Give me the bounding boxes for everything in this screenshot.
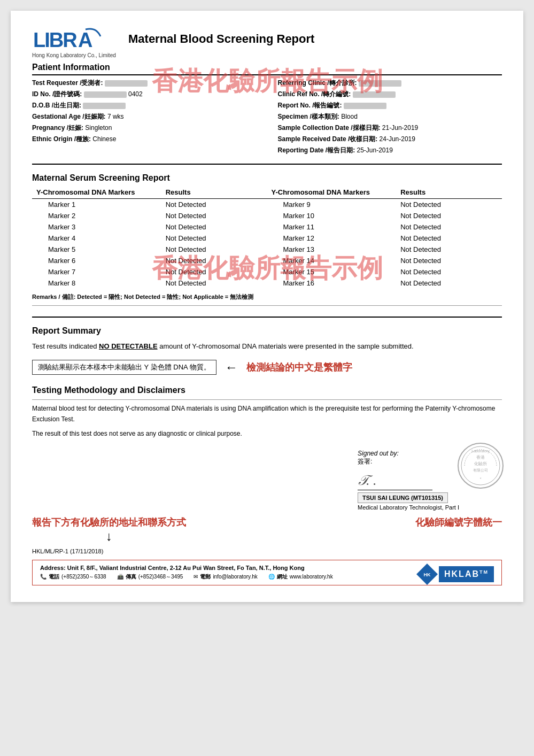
marker-right-result: Not Detected [396,221,502,233]
marker-right-name: Marker 11 [267,221,396,233]
footer-contacts: 📞 電話 (+852)2350～6338 📠 傳真 (+852)3468～349… [40,573,410,581]
id-extra: 0402 [128,90,143,98]
report-summary-header: Report Summary [32,326,502,336]
clinic-value [359,80,401,87]
table-row: Marker 2 Not Detected Marker 10 Not Dete… [32,210,502,221]
marker-right-name: Marker 16 [267,277,396,289]
summary-paragraph: Test results indicated NO DETECTABLE amo… [32,341,502,352]
marker-right-name: Marker 9 [267,199,396,211]
annotation-row: 測驗結果顯示在本樣本中未能驗出 Y 染色體 DNA 物質。 ← 檢測結論的中文是… [32,358,502,377]
header: LIBR A Hong Kong Laboratory Co., Limited… [32,27,502,58]
remarks: Remarks / 備註: Detected = 陽性; Not Detecte… [32,293,502,301]
footer-email: ✉ 電郵 info@laboratory.hk [194,573,257,581]
marker-right-name: Marker 12 [267,233,396,244]
phone-icon: 📞 [40,574,47,580]
signed-out-by: Signed out by: [358,450,459,457]
footer-web: 🌐 網址 www.laboratory.hk [268,573,333,581]
footer-phone: 📞 電話 (+852)2350～6338 [40,573,106,581]
marker-left-name: Marker 5 [32,244,161,255]
technologist-title: Medical Laboratory Technologist, Part I [358,504,459,511]
dob-value [83,103,126,109]
marker-left-result: Not Detected [161,210,267,221]
patient-id: ID No. /證件號碼: 0402 [32,90,257,99]
col-header-marker1: Y-Chromosomal DNA Markers [32,186,161,199]
divider-1 [32,305,502,306]
signature-scribble: 𝒯. . [358,473,377,490]
marker-left-result: Not Detected [161,255,267,266]
patient-pregnancy: Pregnancy /妊娠: Singleton [32,124,257,133]
table-row: Marker 8 Not Detected Marker 16 Not Dete… [32,277,502,289]
report-no: Report No. /報告編號: [278,101,502,110]
methodology-text-1: Maternal blood test for detecting Y-chro… [32,403,502,425]
table-row: Marker 6 Not Detected Marker 14 Not Dete… [32,255,502,266]
clinic-ref: Clinic Ref No. /轉介編號: [278,90,502,99]
table-row: Marker 5 Not Detected Marker 13 Not Dete… [32,244,502,255]
patient-gestational: Gestational Age /妊娠期: 7 wks [32,112,257,121]
table-row: Marker 1 Not Detected Marker 9 Not Detec… [32,199,502,211]
marker-left-name: Marker 6 [32,255,161,266]
marker-right-result: Not Detected [396,255,502,266]
marker-left-result: Not Detected [161,221,267,233]
web-icon: 🌐 [268,574,275,580]
email-icon: ✉ [194,574,198,580]
marker-left-result: Not Detected [161,244,267,255]
marker-left-result: Not Detected [161,199,267,211]
marker-left-name: Marker 2 [32,210,161,221]
marker-left-name: Marker 8 [32,277,161,289]
svg-text:有限公司: 有限公司 [473,468,488,472]
serum-section-header: Maternal Serum Screening Report [32,173,502,183]
marker-left-result: Not Detected [161,277,267,289]
bottom-ann-left-text: 報告下方有化驗所的地址和聯系方式 ↓ [32,516,186,544]
marker-right-result: Not Detected [396,277,502,289]
marker-left-result: Not Detected [161,233,267,244]
version-text: HKL/ML/RP-1 (17/11/2018) [32,548,502,554]
marker-right-result: Not Detected [396,266,502,277]
hklab-diamond-svg: HK [415,562,439,586]
fax-icon: 📠 [117,574,123,580]
svg-text:Laboratory: Laboratory [471,449,490,453]
footer-box: HK HKLABTM Address: Unit F, 8/F., Valian… [32,560,502,585]
svg-text:*: * [480,477,482,481]
methodology-text-2: The result of this test does not serve a… [32,428,502,439]
patient-info: Test Requester /受測者: ID No. /證件號碼: 0402 … [32,79,502,157]
signature-line: 𝒯. . [358,466,432,490]
bottom-annotations: 報告下方有化驗所的地址和聯系方式 ↓ 化驗師編號字體統一 [32,516,502,544]
marker-right-result: Not Detected [396,244,502,255]
methodology-section: Testing Methodology and Disclaimers Mate… [32,385,502,439]
marker-left-result: Not Detected [161,266,267,277]
svg-text:A: A [78,29,92,51]
markers-table: Y-Chromosomal DNA Markers Results Y-Chro… [32,186,502,289]
col-header-result1: Results [161,186,267,199]
col-header-marker2: Y-Chromosomal DNA Markers [267,186,396,199]
marker-left-name: Marker 4 [32,233,161,244]
hklab-badge: HK HKLABTM [415,562,494,586]
patient-ethnic: Ethnic Origin /種族: Chinese [32,135,257,144]
company-name: Hong Kong Laboratory Co., Limited [32,52,116,58]
marker-right-name: Marker 15 [267,266,396,277]
received-date: Sample Received Date /收樣日期: 24-Jun-2019 [278,135,502,144]
svg-text:香港: 香港 [476,455,485,460]
signed-chinese: 簽署: [358,457,459,466]
marker-right-name: Marker 14 [267,255,396,266]
patient-section-header: Patient Information [32,63,110,72]
patient-left-col: Test Requester /受測者: ID No. /證件號碼: 0402 … [32,79,257,157]
marker-right-result: Not Detected [396,199,502,211]
clinic-ref-value [353,91,396,98]
referring-clinic: Referring Clinic /轉介診所: [278,79,502,88]
marker-left-name: Marker 7 [32,266,161,277]
report-summary-section: Report Summary Test results indicated NO… [32,317,502,377]
marker-left-name: Marker 1 [32,199,161,211]
svg-text:LIBR: LIBR [33,29,77,51]
arrow-down-icon: ↓ [32,529,186,544]
bottom-ann-right-text: 化驗師編號字體統一 [415,516,502,529]
methodology-header: Testing Methodology and Disclaimers [32,385,502,395]
annotation-arrow-icon: ← [225,360,238,375]
report-no-value [344,103,386,109]
annotation-label: 檢測結論的中文是繁體字 [246,361,352,374]
logo-area: LIBR A Hong Kong Laboratory Co., Limited [32,27,118,58]
page: 香港化驗所報告示例 香港化驗所報告示例 LIBR A Hong Kong Lab… [11,11,523,602]
patient-right-col: Referring Clinic /轉介診所: Clinic Ref No. /… [278,79,502,157]
hklab-text: HKLABTM [439,566,494,582]
reporting-date: Reporting Date /報告日期: 25-Jun-2019 [278,146,502,155]
svg-text:化驗所: 化驗所 [474,461,487,466]
